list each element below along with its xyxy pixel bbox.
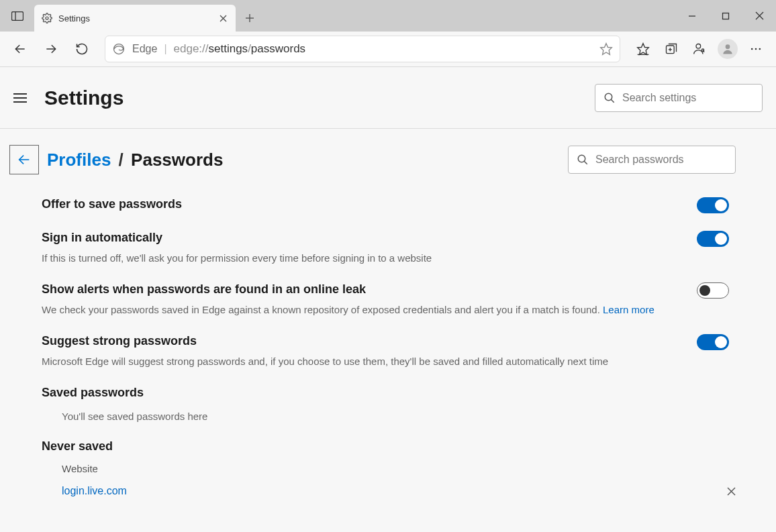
breadcrumb-profiles-link[interactable]: Profiles: [47, 150, 111, 170]
never-saved-heading: Never saved: [42, 439, 729, 454]
profile-avatar[interactable]: [714, 36, 741, 62]
more-menu-button[interactable]: [742, 36, 769, 62]
forward-button[interactable]: [38, 36, 64, 62]
setting-offer-save-title: Offer to save passwords: [42, 197, 182, 211]
never-column-website: Website: [62, 463, 736, 474]
address-bar[interactable]: Edge | edge://settings/passwords: [105, 36, 620, 62]
setting-autosign-title: Sign in automatically: [42, 231, 162, 245]
hamburger-menu-button[interactable]: [13, 89, 32, 107]
settings-header: Settings Search settings: [0, 67, 776, 129]
setting-leak-desc: We check your passwords saved in Edge ag…: [42, 303, 729, 317]
favorite-star-icon[interactable]: [599, 42, 613, 56]
search-passwords-input[interactable]: Search passwords: [568, 146, 736, 174]
page-title: Settings: [44, 87, 124, 109]
svg-point-23: [751, 48, 753, 50]
maximize-button[interactable]: [709, 0, 742, 32]
toggle-offer-save[interactable]: [697, 197, 729, 213]
never-saved-site-link[interactable]: login.live.com: [62, 485, 127, 497]
learn-more-link[interactable]: Learn more: [603, 304, 654, 315]
svg-marker-15: [638, 44, 649, 55]
search-icon: [603, 92, 616, 104]
minimize-button[interactable]: [675, 0, 709, 32]
svg-rect-0: [11, 11, 23, 20]
browser-toolbar: Edge | edge://settings/passwords: [0, 32, 776, 67]
svg-point-29: [578, 155, 585, 162]
svg-rect-8: [723, 13, 729, 19]
breadcrumb-back-button[interactable]: [9, 145, 39, 174]
close-window-button[interactable]: [742, 0, 776, 32]
close-tab-button[interactable]: [217, 12, 229, 24]
edge-icon: [112, 42, 126, 56]
toggle-autosign[interactable]: [697, 231, 729, 247]
search-icon: [577, 154, 589, 166]
saved-passwords-heading: Saved passwords: [42, 386, 729, 400]
tab-actions-button[interactable]: [0, 0, 34, 32]
site-identity[interactable]: Edge: [112, 42, 157, 56]
svg-point-25: [759, 48, 761, 50]
back-button[interactable]: [7, 36, 34, 62]
delete-never-saved-button[interactable]: [727, 487, 736, 496]
setting-suggest-title: Suggest strong passwords: [42, 334, 197, 348]
person-button[interactable]: [686, 36, 713, 62]
svg-point-13: [114, 44, 124, 54]
svg-point-24: [755, 48, 757, 50]
new-tab-button[interactable]: [236, 5, 264, 32]
collections-button[interactable]: [658, 36, 685, 62]
breadcrumb: Profiles / Passwords: [47, 150, 223, 170]
tab-title: Settings: [58, 13, 211, 23]
window-controls: [675, 0, 776, 32]
breadcrumb-current: Passwords: [131, 150, 223, 170]
favorites-button[interactable]: [630, 36, 657, 62]
addr-separator: |: [164, 43, 166, 55]
setting-suggest-desc: Microsoft Edge will suggest strong passw…: [42, 354, 729, 368]
address-url: edge://settings/passwords: [174, 42, 306, 56]
saved-passwords-hint: You'll see saved passwords here: [62, 411, 729, 422]
svg-point-20: [696, 44, 701, 49]
svg-line-30: [584, 161, 587, 164]
svg-point-2: [46, 17, 48, 19]
setting-leak-title: Show alerts when passwords are found in …: [42, 282, 366, 297]
toggle-leak-alerts[interactable]: [697, 282, 729, 299]
refresh-button[interactable]: [68, 36, 95, 62]
toggle-suggest-strong[interactable]: [697, 334, 729, 350]
svg-point-26: [605, 93, 612, 101]
svg-point-22: [726, 44, 730, 49]
setting-autosign-desc: If this is turned off, we'll ask you for…: [42, 251, 729, 265]
settings-content: Profiles / Passwords Search passwords Of…: [0, 129, 776, 497]
svg-marker-14: [601, 44, 612, 55]
browser-titlebar: Settings: [0, 0, 776, 32]
svg-line-27: [611, 99, 614, 103]
never-saved-row: login.live.com: [62, 485, 736, 497]
browser-tab-settings[interactable]: Settings: [34, 5, 236, 32]
gear-icon: [41, 12, 53, 24]
search-settings-input[interactable]: Search settings: [595, 84, 763, 112]
